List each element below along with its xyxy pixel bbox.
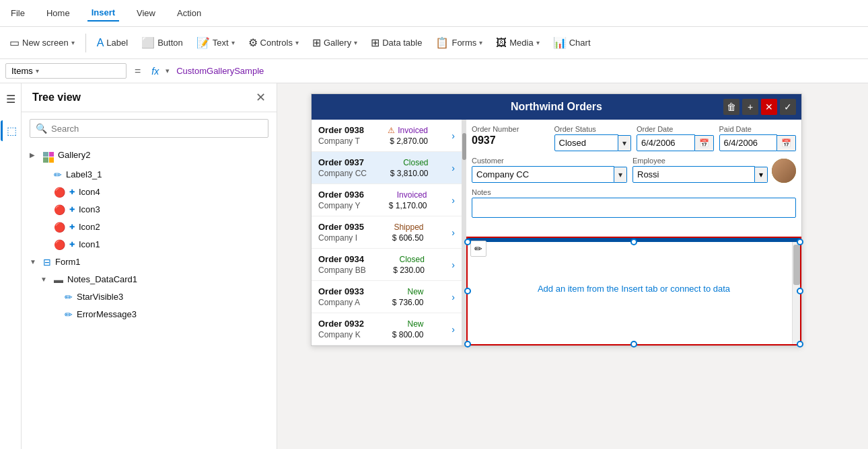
button-icon: ⬜ [141, 36, 155, 49]
data-table-button[interactable]: ⊞ Data table [365, 32, 427, 53]
menu-insert[interactable]: Insert [87, 5, 119, 22]
notes-field: Notes [472, 188, 796, 218]
gallery-button[interactable]: ⊞ Gallery ▾ [307, 32, 363, 53]
order-0938-warn: ⚠ [388, 126, 395, 135]
handle-middle-left[interactable] [464, 288, 471, 294]
search-box[interactable]: 🔍 [30, 119, 268, 138]
tree-item-label3-1[interactable]: ✏ Label3_1 [22, 166, 277, 183]
handle-bottom-center[interactable] [630, 341, 637, 348]
paid-date-calendar-btn[interactable]: 📅 [777, 135, 796, 151]
fx-symbol: fx [149, 66, 161, 77]
tree-item-icon2[interactable]: 🔴 ✚ Icon2 [22, 218, 277, 236]
order-0933-right: New $ 736.00 [392, 287, 424, 307]
order-0933-item[interactable]: Order 0933 Company A New $ 736.00 › [312, 281, 462, 313]
order-0934-id: Order 0934 [318, 254, 366, 264]
icon1-plus: ✚ [69, 241, 75, 248]
tree-item-gallery2[interactable]: ▶ Gallery2 [22, 145, 277, 166]
data-table-label: Data table [382, 38, 422, 48]
gallery-list: Order 0938 Company T ⚠ Invoiced $ 2,870.… [312, 120, 462, 345]
notes-input[interactable] [472, 198, 796, 218]
order-0936-company: Company Y [318, 201, 364, 210]
button-button[interactable]: ⬜ Button [136, 32, 188, 53]
chart-icon: 📊 [553, 36, 567, 49]
titlebar-plus-button[interactable]: + [742, 99, 758, 115]
icon2-icon: 🔴 [54, 222, 65, 233]
layers-icon[interactable]: ⬚ [1, 120, 21, 141]
controls-button[interactable]: ⚙ Controls ▾ [243, 32, 304, 53]
formula-value: CustomGallerySample [174, 66, 863, 76]
customer-input[interactable] [472, 166, 614, 183]
hamburger-icon[interactable]: ☰ [2, 89, 20, 110]
order-0937-amount: $ 3,810.00 [390, 169, 429, 178]
tree-item-icon1[interactable]: 🔴 ✚ Icon1 [22, 236, 277, 253]
order-date-calendar-btn[interactable]: 📅 [695, 135, 714, 151]
order-0932-amount: $ 800.00 [392, 330, 424, 339]
order-0932-id: Order 0932 [318, 319, 364, 329]
notes-dc-label: Notes_DataCard1 [67, 274, 137, 284]
handle-middle-right[interactable] [797, 288, 803, 294]
text-button[interactable]: 📝 Text ▾ [191, 32, 240, 53]
menu-home[interactable]: Home [42, 5, 74, 21]
media-button[interactable]: 🖼 Media ▾ [491, 33, 544, 53]
tree-close-button[interactable]: ✕ [256, 90, 266, 105]
forms-button[interactable]: 📋 Forms ▾ [430, 32, 488, 53]
employee-avatar-image [772, 159, 796, 183]
handle-top-center[interactable] [630, 239, 637, 245]
menu-file[interactable]: File [7, 5, 29, 21]
menu-view[interactable]: View [133, 5, 159, 21]
order-date-input[interactable] [637, 134, 695, 151]
handle-bottom-right[interactable] [797, 341, 803, 348]
tree-item-notes-datacard1[interactable]: ▼ ▬ Notes_DataCard1 [22, 271, 277, 288]
new-screen-label: New screen [22, 38, 69, 48]
label-icon-tb: A [97, 37, 104, 49]
paid-date-input[interactable] [719, 134, 778, 151]
order-0932-left: Order 0932 Company K [318, 319, 364, 339]
label-button[interactable]: A Label [92, 33, 133, 53]
employee-label: Employee [632, 157, 768, 165]
search-input[interactable] [51, 124, 262, 134]
order-0932-status: New [407, 319, 423, 329]
chart-label: Chart [569, 38, 591, 48]
order-0938-item[interactable]: Order 0938 Company T ⚠ Invoiced $ 2,870.… [312, 120, 462, 152]
handle-top-right[interactable] [797, 239, 803, 245]
order-0935-right: Shipped $ 606.50 [392, 222, 424, 243]
edit-pencil-overlay[interactable]: ✏ [470, 241, 486, 257]
order-0936-item[interactable]: Order 0936 Company Y Invoiced $ 1,170.00… [312, 184, 462, 216]
titlebar-close-button[interactable]: ✕ [761, 99, 777, 115]
order-status-dropdown-btn[interactable]: ▾ [618, 135, 631, 151]
order-0937-company: Company CC [318, 169, 367, 178]
text-icon: 📝 [196, 36, 210, 49]
order-status-field: Order Status ▾ [554, 125, 632, 151]
new-screen-button[interactable]: ▭ New screen ▾ [4, 32, 80, 53]
new-screen-chevron: ▾ [71, 39, 75, 46]
titlebar-check-button[interactable]: ✓ [780, 99, 796, 115]
tree-item-form1[interactable]: ▼ ⊟ Form1 [22, 253, 277, 271]
tree-item-errormessage3[interactable]: ✏ ErrorMessage3 [22, 306, 277, 323]
order-status-input[interactable] [554, 134, 619, 151]
employee-dropdown-btn[interactable]: ▾ [755, 167, 768, 183]
customer-dropdown-btn[interactable]: ▾ [614, 167, 627, 183]
order-0934-item[interactable]: Order 0934 Company BB Closed $ 230.00 › [312, 249, 462, 281]
chart-button[interactable]: 📊 Chart [548, 32, 596, 53]
menu-action[interactable]: Action [173, 5, 205, 21]
selected-gallery-container: ✏ Add an item from the Insert tab or con… [466, 237, 801, 345]
order-0936-arrow: › [451, 195, 455, 206]
employee-select[interactable] [632, 166, 755, 183]
em3-icon: ✏ [65, 309, 73, 320]
order-0935-amount: $ 606.50 [392, 233, 424, 243]
titlebar-trash-button[interactable]: 🗑 [723, 99, 739, 115]
items-dropdown[interactable]: Items ▾ [5, 63, 126, 79]
paid-date-label: Paid Date [719, 125, 797, 133]
order-0937-item[interactable]: Order 0937 Company CC Closed $ 3,810.00 … [312, 152, 462, 184]
icon1-icon: 🔴 [54, 239, 65, 250]
order-0932-item[interactable]: Order 0932 Company K New $ 800.00 › [312, 313, 462, 345]
order-0935-item[interactable]: Order 0935 Company I Shipped $ 606.50 › [312, 216, 462, 249]
media-icon: 🖼 [496, 37, 507, 49]
order-date-label: Order Date [637, 125, 714, 133]
handle-top-left[interactable] [464, 239, 471, 245]
tree-item-starvisible3[interactable]: ✏ StarVisible3 [22, 288, 277, 306]
tree-item-icon4[interactable]: 🔴 ✚ Icon4 [22, 183, 277, 201]
forms-chevron: ▾ [479, 39, 482, 46]
tree-item-icon3[interactable]: 🔴 ✚ Icon3 [22, 201, 277, 218]
handle-bottom-left[interactable] [464, 341, 471, 348]
